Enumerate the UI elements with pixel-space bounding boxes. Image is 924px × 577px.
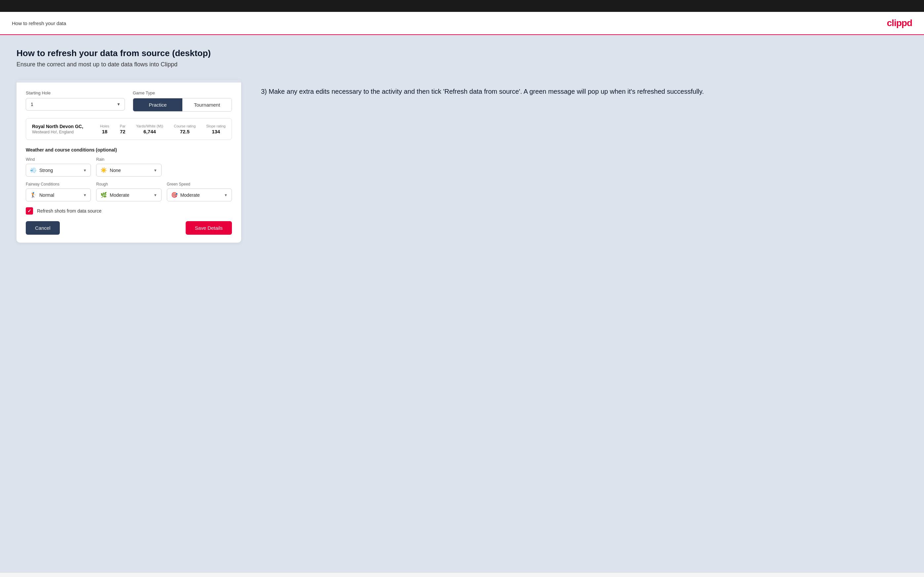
rough-group: Rough 🌿 Moderate ▼ [96,182,161,201]
stat-par: Par 72 [120,124,126,134]
holes-value: 18 [100,129,109,134]
course-location: Westward Ho!, England [32,130,83,134]
tournament-button[interactable]: Tournament [183,98,232,111]
rain-value: None [110,168,153,173]
fairway-arrow-icon: ▼ [83,193,87,197]
fairway-rough-green-row: Fairway Conditions 🏌 Normal ▼ Rough 🌿 Mo… [26,182,232,201]
wind-label: Wind [26,157,91,162]
side-description-area: 3) Make any extra edits necessary to the… [261,80,908,97]
starting-hole-label: Starting Hole [26,90,125,95]
top-bar [0,0,924,12]
wind-select[interactable]: 💨 Strong ▼ [26,164,91,177]
fairway-icon: 🏌 [30,192,37,198]
fairway-value: Normal [39,192,83,198]
wind-group: Wind 💨 Strong ▼ [26,157,91,177]
page-subheading: Ensure the correct and most up to date d… [16,61,908,68]
yards-value: 6,744 [136,129,163,134]
wind-arrow-icon: ▼ [83,168,87,172]
stat-course-rating: Course rating 72.5 [174,124,195,134]
green-speed-arrow-icon: ▼ [224,193,228,197]
course-card: Royal North Devon GC, Westward Ho!, Engl… [26,118,232,140]
starting-hole-group: Starting Hole 1 10 ▼ [26,90,125,111]
footer: Copyright Clippd 2022 [0,572,924,577]
rain-group: Rain ☀️ None ▼ [96,157,161,177]
top-form-row: Starting Hole 1 10 ▼ Game Type Practice … [26,90,232,111]
starting-hole-input[interactable]: 1 10 [26,98,124,110]
wind-value: Strong [39,168,83,173]
course-stats: Holes 18 Par 72 Yards/White (M)) 6,744 C… [83,124,226,134]
stat-yards: Yards/White (M)) 6,744 [136,124,163,134]
game-type-toggle: Practice Tournament [133,98,232,111]
holes-label: Holes [100,124,109,128]
slope-rating-label: Slope rating [206,124,226,128]
form-card: Starting Hole 1 10 ▼ Game Type Practice … [16,80,241,243]
rain-select[interactable]: ☀️ None ▼ [96,164,161,177]
fairway-label: Fairway Conditions [26,182,91,187]
green-speed-label: Green Speed [167,182,232,187]
conditions-label: Weather and course conditions (optional) [26,147,232,153]
course-info: Royal North Devon GC, Westward Ho!, Engl… [32,124,83,134]
course-name: Royal North Devon GC, [32,124,83,129]
wind-icon: 💨 [30,167,37,173]
practice-button[interactable]: Practice [133,98,183,111]
rough-value: Moderate [110,192,153,198]
header-title: How to refresh your data [12,21,66,26]
cancel-button[interactable]: Cancel [26,221,60,235]
green-speed-select[interactable]: 🎯 Moderate ▼ [167,189,232,201]
yards-label: Yards/White (M)) [136,124,163,128]
empty-group [167,157,232,177]
par-label: Par [120,124,126,128]
rain-arrow-icon: ▼ [153,168,157,172]
rain-label: Rain [96,157,161,162]
fairway-group: Fairway Conditions 🏌 Normal ▼ [26,182,91,201]
page-heading: How to refresh your data from source (de… [16,48,908,58]
fairway-select[interactable]: 🏌 Normal ▼ [26,189,91,201]
refresh-checkbox-row: ✓ Refresh shots from data source [26,207,232,214]
green-speed-icon: 🎯 [171,192,178,198]
game-type-group: Game Type Practice Tournament [133,90,232,111]
green-speed-value: Moderate [180,192,224,198]
stat-slope-rating: Slope rating 134 [206,124,226,134]
card-top-strip [16,80,241,82]
refresh-label: Refresh shots from data source [37,208,102,214]
checkmark-icon: ✓ [27,208,31,214]
green-speed-group: Green Speed 🎯 Moderate ▼ [167,182,232,201]
refresh-checkbox[interactable]: ✓ [26,207,33,214]
game-type-label: Game Type [133,90,232,95]
stat-holes: Holes 18 [100,124,109,134]
rough-icon: 🌿 [100,192,107,198]
course-rating-value: 72.5 [174,129,195,134]
header: How to refresh your data clippd [0,12,924,35]
main-content: How to refresh your data from source (de… [0,35,924,572]
wind-rain-row: Wind 💨 Strong ▼ Rain ☀️ None ▼ [26,157,232,177]
rain-icon: ☀️ [100,167,107,173]
slope-rating-value: 134 [206,129,226,134]
logo: clippd [887,18,912,28]
side-description: 3) Make any extra edits necessary to the… [261,87,908,97]
starting-hole-select[interactable]: 1 10 ▼ [26,98,125,111]
rough-label: Rough [96,182,161,187]
rough-arrow-icon: ▼ [153,193,157,197]
button-row: Cancel Save Details [26,221,232,235]
content-row: Starting Hole 1 10 ▼ Game Type Practice … [16,80,908,243]
course-rating-label: Course rating [174,124,195,128]
rough-select[interactable]: 🌿 Moderate ▼ [96,189,161,201]
par-value: 72 [120,129,126,134]
save-button[interactable]: Save Details [186,221,232,235]
